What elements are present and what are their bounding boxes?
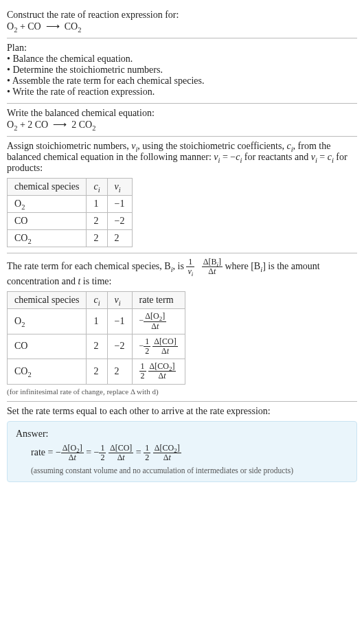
cell-nu: −2 (107, 334, 132, 359)
plan-item: • Balance the chemical equation. (7, 54, 357, 65)
rateterm-note: (for infinitesimal rate of change, repla… (7, 387, 357, 396)
plan-item: • Write the rate of reaction expression. (7, 87, 357, 98)
col-ci: ci (87, 179, 107, 196)
cell-c: 1 (87, 309, 107, 334)
cell-species: CO2 (8, 359, 87, 384)
cell-nu: −1 (107, 309, 132, 334)
cell-species: O2 (8, 196, 87, 213)
prompt-equation: O2 + CO ⟶ CO2 (7, 21, 357, 32)
plan-item: • Assemble the rate term for each chemic… (7, 76, 357, 87)
table-row: O2 1 −1 −Δ[O2]Δt (8, 309, 185, 334)
table-header-row: chemical species ci νi rate term (8, 292, 185, 309)
table-header-row: chemical species ci νi (8, 179, 133, 196)
balanced-section: Write the balanced chemical equation: O2… (7, 104, 357, 136)
plan-item: • Determine the stoichiometric numbers. (7, 65, 357, 76)
rateterm-table: chemical species ci νi rate term O2 1 −1… (7, 291, 185, 384)
rateterm-intro-pre: The rate term for each chemical species,… (7, 261, 171, 271)
col-rateterm: rate term (132, 292, 185, 309)
prompt-section: Construct the rate of reaction expressio… (7, 5, 357, 38)
rateterm-section: The rate term for each chemical species,… (7, 253, 357, 401)
col-ci: ci (87, 292, 107, 309)
table-row: CO2 2 2 (8, 230, 133, 247)
table-row: O2 1 −1 (8, 196, 133, 213)
table-row: CO 2 −2 (8, 213, 133, 230)
cell-nu: 2 (107, 359, 132, 384)
balanced-equation: O2 + 2 CO ⟶ 2 CO2 (7, 119, 357, 130)
rateterm-intro: The rate term for each chemical species,… (7, 258, 357, 287)
cell-nu: 2 (107, 230, 132, 247)
answer-rate-expression: rate = −Δ[O2]Δt = −12 Δ[CO]Δt = 12 Δ[CO2… (16, 444, 348, 462)
stoich-intro: Assign stoichiometric numbers, νi, using… (7, 141, 357, 174)
stoich-table: chemical species ci νi O2 1 −1 CO 2 −2 C… (7, 178, 133, 247)
cell-nu: −1 (107, 196, 132, 213)
final-heading: Set the rate terms equal to each other t… (7, 406, 357, 417)
prompt-line: Construct the rate of reaction expressio… (7, 10, 357, 21)
cell-c: 2 (87, 230, 107, 247)
col-species: chemical species (8, 179, 87, 196)
col-nui: νi (107, 179, 132, 196)
cell-rateterm: −12 Δ[CO]Δt (132, 334, 185, 359)
cell-rateterm: 12 Δ[CO2]Δt (132, 359, 185, 384)
cell-c: 2 (87, 334, 107, 359)
cell-species: CO2 (8, 230, 87, 247)
stoich-section: Assign stoichiometric numbers, νi, using… (7, 137, 357, 253)
table-row: CO 2 −2 −12 Δ[CO]Δt (8, 334, 185, 359)
cell-c: 1 (87, 196, 107, 213)
final-section: Set the rate terms equal to each other t… (7, 402, 357, 488)
answer-label: Answer: (16, 429, 348, 440)
cell-rateterm: −Δ[O2]Δt (132, 309, 185, 334)
answer-assumption: (assuming constant volume and no accumul… (16, 466, 348, 475)
plan-heading: Plan: (7, 43, 357, 54)
cell-nu: −2 (107, 213, 132, 230)
rateterm-intro-mid: , is (173, 261, 187, 271)
answer-box: Answer: rate = −Δ[O2]Δt = −12 Δ[CO]Δt = … (7, 421, 357, 482)
cell-c: 2 (87, 213, 107, 230)
col-nui: νi (107, 292, 132, 309)
table-row: CO2 2 2 12 Δ[CO2]Δt (8, 359, 185, 384)
rateterm-formula: 1νi Δ[Bi]Δt (186, 258, 223, 276)
plan-section: Plan: • Balance the chemical equation. •… (7, 38, 357, 103)
balanced-heading: Write the balanced chemical equation: (7, 108, 357, 119)
cell-species: CO (8, 334, 87, 359)
cell-species: O2 (8, 309, 87, 334)
cell-c: 2 (87, 359, 107, 384)
cell-species: CO (8, 213, 87, 230)
col-species: chemical species (8, 292, 87, 309)
